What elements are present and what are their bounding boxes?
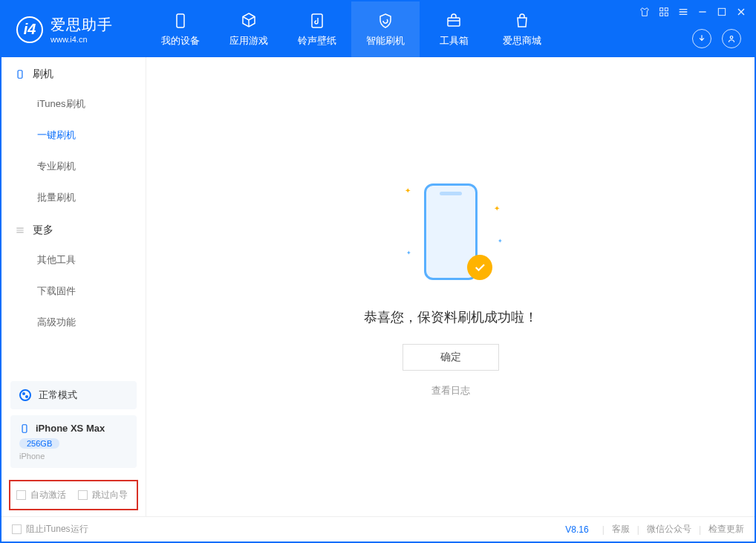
device-type: iPhone — [19, 452, 128, 461]
checkbox-box — [78, 490, 88, 500]
user-icon — [726, 33, 737, 44]
checkbox-box — [16, 490, 26, 500]
app-title: 爱思助手 — [50, 15, 113, 35]
body-area: 刷机 iTunes刷机 一键刷机 专业刷机 批量刷机 更多 其他工具 下载固件 … — [1, 57, 755, 516]
mode-label: 正常模式 — [39, 388, 77, 402]
cube-icon — [240, 12, 258, 30]
logo-icon: i4 — [16, 16, 43, 43]
minimize-icon[interactable] — [697, 6, 708, 18]
sparkle-icon: ✦ — [498, 238, 503, 244]
app-window: i4 爱思助手 www.i4.cn 我的设备 应用游戏 铃声壁纸 智能刷机 — [0, 0, 756, 543]
device-name-row: iPhone XS Max — [19, 423, 128, 434]
checkbox-label: 跳过向导 — [92, 489, 128, 501]
svg-rect-7 — [718, 8, 725, 15]
checkbox-box — [12, 524, 22, 534]
nav-tabs: 我的设备 应用游戏 铃声壁纸 智能刷机 工具箱 爱思商城 — [146, 1, 556, 57]
sidebar-section-more: 更多 — [1, 213, 146, 244]
phone-icon — [15, 69, 25, 79]
sparkle-icon: ✦ — [406, 250, 411, 256]
section-title: 刷机 — [33, 68, 53, 81]
svg-rect-1 — [312, 14, 322, 27]
user-button[interactable] — [722, 29, 741, 48]
footer: 阻止iTunes运行 V8.16 | 客服 | 微信公众号 | 检查更新 — [1, 516, 755, 542]
success-message: 恭喜您，保资料刷机成功啦！ — [364, 308, 538, 326]
close-icon[interactable] — [735, 6, 747, 18]
bag-icon — [513, 12, 531, 30]
sidebar: 刷机 iTunes刷机 一键刷机 专业刷机 批量刷机 更多 其他工具 下载固件 … — [1, 57, 146, 516]
nav-label: 智能刷机 — [366, 34, 405, 48]
footer-link-support[interactable]: 客服 — [612, 523, 630, 536]
version-label: V8.16 — [565, 524, 588, 535]
nav-tab-apps-games[interactable]: 应用游戏 — [215, 1, 283, 57]
sidebar-item-oneclick-flash[interactable]: 一键刷机 — [1, 120, 146, 151]
window-controls — [639, 6, 747, 18]
separator: | — [699, 524, 701, 535]
checkbox-label: 阻止iTunes运行 — [26, 523, 88, 536]
bottom-checkbox-group: 自动激活 跳过向导 — [9, 480, 138, 510]
device-phone-icon — [19, 423, 30, 434]
nav-label: 爱思商城 — [503, 34, 541, 48]
view-log-link[interactable]: 查看日志 — [431, 384, 470, 397]
svg-rect-9 — [18, 71, 22, 79]
svg-rect-3 — [660, 8, 663, 11]
confirm-button[interactable]: 确定 — [403, 344, 499, 371]
sidebar-item-advanced[interactable]: 高级功能 — [1, 307, 146, 338]
svg-point-8 — [730, 36, 733, 39]
sparkle-icon: ✦ — [494, 204, 500, 212]
svg-rect-2 — [448, 18, 460, 26]
nav-tab-smart-flash[interactable]: 智能刷机 — [351, 1, 420, 57]
logo-area: i4 爱思助手 www.i4.cn — [1, 15, 146, 44]
maximize-icon[interactable] — [716, 6, 728, 18]
nav-tab-store[interactable]: 爱思商城 — [488, 1, 556, 57]
logo-text: 爱思助手 www.i4.cn — [50, 15, 113, 44]
mode-box[interactable]: 正常模式 — [10, 381, 137, 409]
section-title: 更多 — [33, 224, 53, 237]
sidebar-item-itunes-flash[interactable]: iTunes刷机 — [1, 88, 146, 120]
sidebar-item-download-firmware[interactable]: 下载固件 — [1, 276, 146, 307]
nav-tab-toolbox[interactable]: 工具箱 — [420, 1, 488, 57]
device-storage-badge: 256GB — [19, 438, 59, 449]
svg-rect-6 — [665, 13, 668, 16]
shirt-icon[interactable] — [639, 6, 651, 18]
svg-rect-4 — [665, 8, 668, 11]
check-badge-icon — [467, 255, 492, 280]
device-box[interactable]: iPhone XS Max 256GB iPhone — [10, 415, 137, 468]
title-bar: i4 爱思助手 www.i4.cn 我的设备 应用游戏 铃声壁纸 智能刷机 — [1, 1, 755, 57]
sidebar-item-pro-flash[interactable]: 专业刷机 — [1, 151, 146, 182]
svg-rect-0 — [177, 14, 184, 27]
nav-label: 应用游戏 — [229, 34, 268, 48]
success-illustration: ✦ ✦ ✦ ✦ — [391, 176, 510, 287]
sidebar-section-flash: 刷机 — [1, 57, 146, 88]
svg-rect-5 — [660, 13, 663, 16]
sidebar-item-batch-flash[interactable]: 批量刷机 — [1, 182, 146, 213]
download-button[interactable] — [692, 29, 711, 48]
nav-label: 铃声壁纸 — [298, 34, 336, 48]
main-content: ✦ ✦ ✦ ✦ 恭喜您，保资料刷机成功啦！ 确定 查看日志 — [146, 57, 755, 516]
list-icon — [15, 225, 25, 235]
checkbox-label: 自动激活 — [30, 489, 66, 501]
svg-rect-10 — [22, 424, 27, 432]
mode-icon — [19, 389, 31, 401]
checkbox-block-itunes[interactable]: 阻止iTunes运行 — [12, 523, 88, 536]
nav-tab-my-device[interactable]: 我的设备 — [146, 1, 215, 57]
menu-icon[interactable] — [677, 6, 689, 18]
grid-icon[interactable] — [658, 6, 670, 18]
separator: | — [637, 524, 639, 535]
sparkle-icon: ✦ — [405, 186, 411, 195]
shield-refresh-icon — [377, 12, 394, 30]
header-actions — [692, 29, 741, 48]
toolbox-icon — [445, 12, 463, 30]
device-icon — [172, 12, 189, 30]
nav-tab-ringtones[interactable]: 铃声壁纸 — [283, 1, 351, 57]
footer-right: V8.16 | 客服 | 微信公众号 | 检查更新 — [565, 523, 744, 536]
nav-label: 工具箱 — [440, 34, 469, 48]
checkbox-auto-activate[interactable]: 自动激活 — [16, 489, 66, 501]
footer-link-wechat[interactable]: 微信公众号 — [647, 523, 691, 536]
separator: | — [602, 524, 605, 535]
music-file-icon — [308, 12, 326, 30]
nav-label: 我的设备 — [161, 34, 200, 48]
footer-link-update[interactable]: 检查更新 — [708, 523, 744, 536]
sidebar-item-other-tools[interactable]: 其他工具 — [1, 244, 146, 276]
device-name: iPhone XS Max — [36, 423, 105, 434]
checkbox-skip-guide[interactable]: 跳过向导 — [78, 489, 128, 501]
